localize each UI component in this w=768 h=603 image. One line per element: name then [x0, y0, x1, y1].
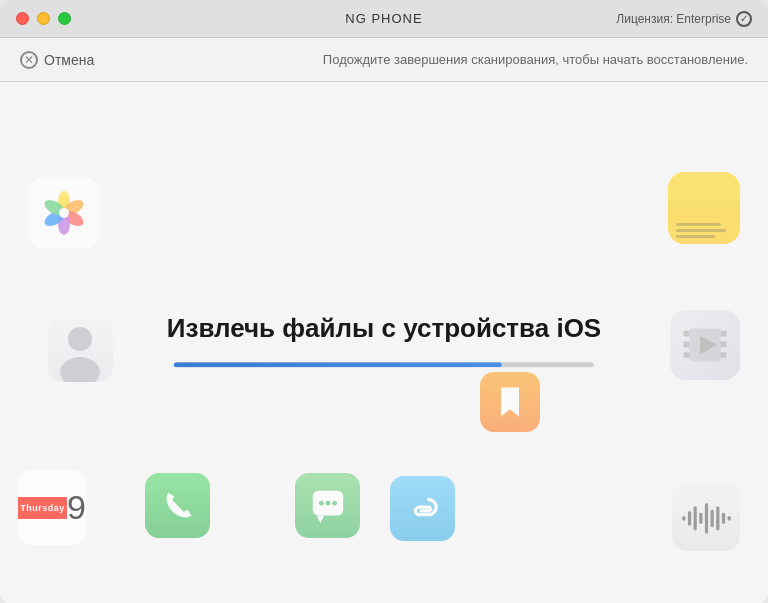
cancel-label: Отмена: [44, 52, 94, 68]
svg-rect-26: [704, 502, 707, 533]
svg-rect-25: [699, 512, 702, 523]
svg-point-20: [325, 500, 330, 505]
svg-rect-28: [716, 506, 719, 530]
calendar-header: Thursday: [18, 497, 67, 519]
license-icon: ✓: [736, 11, 752, 27]
svg-rect-9: [684, 331, 690, 337]
minimize-button[interactable]: [37, 12, 50, 25]
notes-line-3: [676, 235, 715, 238]
center-area: Извлечь файлы с устройства iOS: [167, 313, 601, 367]
cancel-icon: ✕: [20, 51, 38, 69]
contacts-icon: [48, 317, 113, 382]
svg-rect-12: [721, 331, 727, 337]
calendar-icon: Thursday 9: [18, 470, 86, 545]
reminders-icon: [480, 372, 540, 432]
videos-icon: [670, 310, 740, 380]
svg-point-7: [68, 327, 92, 351]
svg-rect-27: [710, 509, 713, 527]
app-title: NG PHONE: [345, 11, 422, 26]
notes-line-2: [676, 229, 726, 232]
notes-line-1: [676, 223, 721, 226]
license-badge: Лицензия: Enterprise ✓: [616, 11, 752, 27]
files-icon: [390, 476, 455, 541]
svg-rect-14: [721, 352, 727, 358]
svg-point-21: [332, 500, 337, 505]
title-bar: NG PHONE Лицензия: Enterprise ✓: [0, 0, 768, 38]
progress-bar-container: [174, 362, 594, 367]
license-text: Лицензия: Enterprise: [616, 12, 731, 26]
calendar-day-name: Thursday: [20, 503, 65, 513]
main-title: Извлечь файлы с устройства iOS: [167, 313, 601, 344]
svg-rect-13: [721, 341, 727, 347]
notes-lines-container: [668, 223, 740, 238]
svg-marker-18: [316, 515, 324, 523]
svg-rect-23: [687, 511, 690, 526]
svg-rect-11: [684, 352, 690, 358]
maximize-button[interactable]: [58, 12, 71, 25]
svg-point-8: [60, 357, 100, 382]
svg-rect-29: [721, 512, 724, 523]
svg-rect-22: [682, 515, 685, 520]
close-button[interactable]: [16, 12, 29, 25]
toolbar-status: Подождите завершения сканирования, чтобы…: [323, 52, 748, 67]
svg-rect-10: [684, 341, 690, 347]
traffic-lights: [16, 12, 71, 25]
main-content: Извлечь файлы с устройства iOS: [0, 82, 768, 603]
calendar-number: 9: [67, 488, 86, 527]
messages-icon: [295, 473, 360, 538]
cancel-button[interactable]: ✕ Отмена: [20, 51, 94, 69]
svg-point-19: [318, 500, 323, 505]
calendar-day-number: 9: [67, 481, 86, 534]
toolbar: ✕ Отмена Подождите завершения сканирован…: [0, 38, 768, 82]
voice-memos-icon: [672, 483, 740, 551]
photos-icon: [28, 177, 100, 249]
svg-rect-30: [727, 515, 730, 520]
svg-point-6: [59, 208, 69, 218]
svg-rect-24: [693, 506, 696, 530]
notes-icon: [668, 172, 740, 244]
phone-icon: [145, 473, 210, 538]
progress-bar-fill: [174, 362, 502, 367]
